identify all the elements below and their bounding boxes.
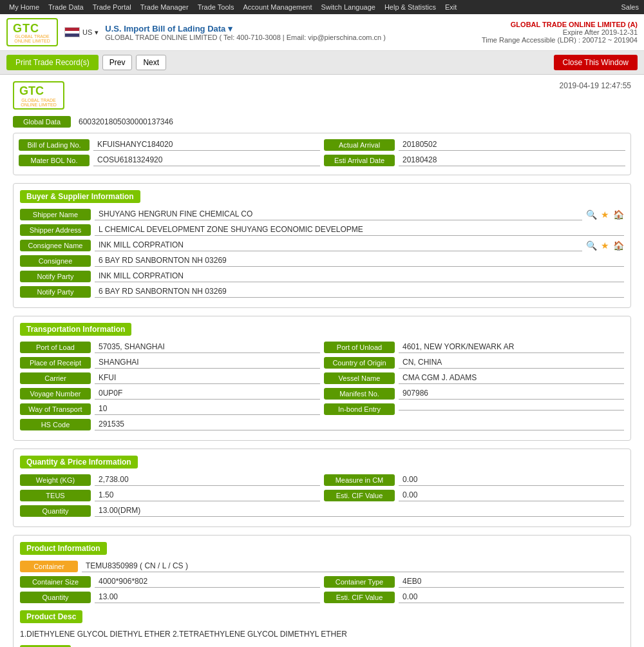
container-type-value: 4EB0 bbox=[399, 575, 624, 588]
quantity-title: Quantity & Price Information bbox=[20, 456, 138, 468]
manifest-label: Manifest No. bbox=[324, 388, 395, 400]
carrier-pair: Carrier KFUI bbox=[20, 372, 320, 384]
shipper-star-icon[interactable]: ★ bbox=[601, 209, 609, 220]
container-row: Container TEMU8350989 ( CN / L / CS ) bbox=[20, 560, 624, 572]
container-size-pair: Container Size 4000*906*802 bbox=[20, 575, 320, 588]
nav-switch-lang[interactable]: Switch Language bbox=[317, 0, 379, 14]
cif-pair: Esti. CIF Value 0.00 bbox=[324, 489, 624, 501]
consignee-name-label: Consignee Name bbox=[20, 240, 91, 251]
product-qty-value: 13.00 bbox=[95, 591, 320, 603]
shipper-name-value: SHUYANG HENGRUN FINE CHEMICAL CO bbox=[95, 208, 582, 220]
cif-value: 0.00 bbox=[399, 489, 624, 501]
bol-no-label: Bill of Lading No. bbox=[19, 139, 90, 151]
shipper-search-icon[interactable]: 🔍 bbox=[586, 209, 597, 220]
vessel-name-value: CMA CGM J. ADAMS bbox=[399, 372, 624, 384]
qty-row: Quantity 13.00(DRM) bbox=[20, 505, 624, 517]
weight-value: 2,738.00 bbox=[95, 474, 320, 486]
consignee-home-icon[interactable]: 🏠 bbox=[613, 240, 624, 251]
manifest-value: 907986 bbox=[399, 387, 624, 400]
inbond-value bbox=[399, 407, 624, 410]
voyage-row: Voyage Number 0UP0F Manifest No. 907986 bbox=[20, 387, 624, 400]
nav-trade-data[interactable]: Trade Data bbox=[44, 0, 88, 14]
logo: GTC GLOBAL TRADE ONLINE LIMITED bbox=[6, 18, 58, 46]
record-header: GTC GLOBAL TRADE ONLINE LIMITED 2019-04-… bbox=[13, 81, 631, 110]
carrier-row: Carrier KFUI Vessel Name CMA CGM J. ADAM… bbox=[20, 372, 624, 384]
container-type-pair: Container Type 4EB0 bbox=[324, 575, 624, 588]
top-toolbar: Print Trade Record(s) Prev Next Close Th… bbox=[0, 51, 644, 75]
container-size-row: Container Size 4000*906*802 Container Ty… bbox=[20, 575, 624, 588]
next-button-top[interactable]: Next bbox=[136, 55, 166, 70]
qty-value: 13.00(DRM) bbox=[95, 505, 624, 517]
consignee-search-icon[interactable]: 🔍 bbox=[586, 240, 597, 251]
weight-row: Weight (KG) 2,738.00 Measure in CM 0.00 bbox=[20, 474, 624, 486]
flag-icon bbox=[64, 27, 80, 37]
esti-arrival-label: Esti Arrival Date bbox=[324, 155, 395, 166]
esti-arrival-value: 20180428 bbox=[399, 154, 625, 166]
flag-dropdown[interactable]: ▾ bbox=[95, 28, 99, 37]
product-qty-pair: Quantity 13.00 bbox=[20, 591, 320, 603]
actual-arrival-label: Actual Arrival bbox=[324, 139, 395, 151]
consignee-value: 6 BAY RD SANBORNTON NH 03269 bbox=[95, 255, 624, 267]
consignee-name-row: Consignee Name INK MILL CORPRATION 🔍 ★ 🏠 bbox=[20, 239, 624, 251]
main-content: GTC GLOBAL TRADE ONLINE LIMITED 2019-04-… bbox=[0, 75, 644, 647]
nav-trade-manager[interactable]: Trade Manager bbox=[137, 0, 193, 14]
port-unload-value: 4601, NEW YORK/NEWARK AR bbox=[399, 341, 624, 353]
nav-trade-tools[interactable]: Trade Tools bbox=[194, 0, 238, 14]
place-receipt-pair: Place of Receipt SHANGHAI bbox=[20, 356, 320, 369]
master-bol-row: Mater BOL No. COSU6181324920 Esti Arriva… bbox=[19, 154, 625, 166]
product-cif-pair: Esti. CIF Value 0.00 bbox=[324, 591, 624, 603]
top-navigation: My Home Trade Data Trade Portal Trade Ma… bbox=[0, 0, 644, 14]
buyer-supplier-title: Buyer & Supplier Information bbox=[20, 190, 140, 203]
global-data-label: Global Data bbox=[13, 116, 71, 128]
nav-exit[interactable]: Exit bbox=[441, 0, 460, 14]
notify-party2-row: Notify Party 6 BAY RD SANBORNTON NH 0326… bbox=[20, 285, 624, 298]
way-transport-value: 10 bbox=[95, 403, 320, 415]
company-name: GLOBAL TRADE ONLINE LIMITED (A) bbox=[482, 21, 638, 28]
shipper-addr-value: L CHEMICAL DEVELOPMENT ZONE SHUYANG ECON… bbox=[95, 224, 624, 236]
weight-label: Weight (KG) bbox=[20, 474, 91, 486]
shipper-home-icon[interactable]: 🏠 bbox=[613, 209, 624, 220]
record-logo: GTC GLOBAL TRADE ONLINE LIMITED bbox=[13, 81, 64, 110]
consignee-star-icon[interactable]: ★ bbox=[601, 240, 609, 251]
nav-account-mgmt[interactable]: Account Management bbox=[240, 0, 316, 14]
prev-button-top[interactable]: Prev bbox=[102, 55, 133, 70]
bol-no-row: Bill of Lading No. KFUISHANYC184020 Actu… bbox=[19, 139, 625, 151]
shipper-addr-row: Shipper Address L CHEMICAL DEVELOPMENT Z… bbox=[20, 224, 624, 236]
product-desc-section: Product Desc 1.DIETHYLENE GLYCOL DIETHYL… bbox=[20, 606, 624, 641]
place-receipt-label: Place of Receipt bbox=[20, 357, 91, 369]
buyer-supplier-card: Buyer & Supplier Information Shipper Nam… bbox=[13, 183, 631, 308]
global-data-value: 600320180503000013734​6 bbox=[75, 116, 177, 128]
logo-sub: GLOBAL TRADE ONLINE LIMITED bbox=[13, 34, 52, 43]
print-button-top[interactable]: Print Trade Record(s) bbox=[6, 55, 99, 70]
shipper-name-label: Shipper Name bbox=[20, 209, 91, 220]
nav-help[interactable]: Help & Statistics bbox=[381, 0, 440, 14]
header-contact: GLOBAL TRADE ONLINE LIMITED ( Tel: 400-7… bbox=[105, 34, 475, 41]
way-transport-row: Way of Transport 10 In-bond Entry bbox=[20, 403, 624, 415]
notify-party-label: Notify Party bbox=[20, 271, 91, 282]
expire-info: Expire After 2019-12-31 bbox=[482, 28, 638, 36]
shipper-name-row: Shipper Name SHUYANG HENGRUN FINE CHEMIC… bbox=[20, 208, 624, 220]
header-right: GLOBAL TRADE ONLINE LIMITED (A) Expire A… bbox=[482, 21, 638, 44]
teus-value: 1.50 bbox=[95, 489, 320, 501]
manifest-pair: Manifest No. 907986 bbox=[324, 387, 624, 400]
port-unload-label: Port of Unload bbox=[324, 342, 395, 353]
header-bar: GTC GLOBAL TRADE ONLINE LIMITED US ▾ U.S… bbox=[0, 14, 644, 51]
notify-party2-label: Notify Party bbox=[20, 286, 91, 298]
nav-items: My Home Trade Data Trade Portal Trade Ma… bbox=[5, 0, 460, 14]
header-middle: U.S. Import Bill of Lading Data ▾ GLOBAL… bbox=[105, 24, 475, 41]
product-qty-label: Quantity bbox=[20, 592, 91, 603]
voyage-label: Voyage Number bbox=[20, 388, 91, 400]
notify-party-value: INK MILL CORPRATION bbox=[95, 270, 624, 282]
nav-my-home[interactable]: My Home bbox=[5, 0, 43, 14]
master-bol-value: COSU6181324920 bbox=[93, 154, 320, 166]
teus-row: TEUS 1.50 Esti. CIF Value 0.00 bbox=[20, 489, 624, 501]
notify-party2-value: 6 BAY RD SANBORNTON NH 03269 bbox=[95, 285, 624, 298]
close-button-top[interactable]: Close This Window bbox=[554, 55, 638, 70]
port-load-row: Port of Load 57035, SHANGHAI Port of Unl… bbox=[20, 341, 624, 353]
consignee-row: Consignee 6 BAY RD SANBORNTON NH 03269 bbox=[20, 255, 624, 267]
logo-text: GTC bbox=[13, 22, 52, 35]
inbond-label: In-bond Entry bbox=[324, 403, 395, 415]
product-card: Product Information Container TEMU835098… bbox=[13, 535, 631, 647]
nav-trade-portal[interactable]: Trade Portal bbox=[89, 0, 135, 14]
place-receipt-value: SHANGHAI bbox=[95, 356, 320, 369]
